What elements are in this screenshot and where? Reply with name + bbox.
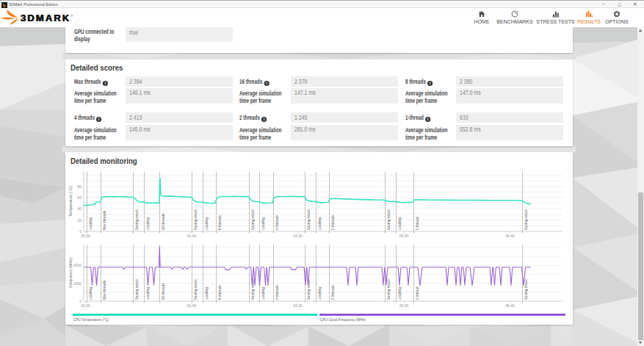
svg-text:60: 60 bbox=[77, 195, 82, 200]
svg-text:Frequency (MHz): Frequency (MHz) bbox=[68, 257, 73, 288]
svg-text:Loading: Loading bbox=[318, 217, 322, 231]
svg-text:Loading: Loading bbox=[205, 287, 209, 300]
svg-text:20: 20 bbox=[77, 218, 82, 223]
svg-text:4 threads: 4 threads bbox=[275, 215, 279, 231]
svg-text:80: 80 bbox=[77, 184, 82, 189]
svg-text:8 threads: 8 threads bbox=[218, 285, 222, 300]
svg-text:40: 40 bbox=[77, 206, 82, 211]
svg-text:Loading: Loading bbox=[146, 217, 150, 231]
svg-text:06:40: 06:40 bbox=[505, 234, 515, 238]
svg-text:01:40: 01:40 bbox=[187, 234, 197, 238]
svg-text:Saving result: Saving result bbox=[194, 209, 198, 231]
svg-text:2 threads: 2 threads bbox=[331, 285, 335, 300]
svg-text:Saving result: Saving result bbox=[524, 209, 528, 231]
svg-text:Loading: Loading bbox=[398, 287, 402, 300]
svg-text:05:00: 05:00 bbox=[399, 303, 409, 308]
svg-text:4000: 4000 bbox=[73, 263, 82, 267]
svg-text:Loading: Loading bbox=[89, 217, 93, 231]
svg-text:Saving result: Saving result bbox=[524, 279, 528, 300]
svg-text:Loading: Loading bbox=[146, 287, 150, 300]
svg-text:2 threads: 2 threads bbox=[331, 215, 335, 231]
svg-text:06:40: 06:40 bbox=[505, 303, 515, 308]
svg-text:CPU Clock Frequency (MHz): CPU Clock Frequency (MHz) bbox=[320, 318, 366, 322]
svg-text:00:00: 00:00 bbox=[81, 303, 90, 308]
svg-text:Saving result: Saving result bbox=[387, 279, 391, 300]
svg-text:Loading: Loading bbox=[398, 217, 402, 231]
svg-text:16 threads: 16 threads bbox=[162, 213, 165, 231]
svg-text:Saving result: Saving result bbox=[135, 279, 139, 300]
svg-text:Saving result: Saving result bbox=[194, 279, 198, 300]
svg-text:8 threads: 8 threads bbox=[218, 215, 222, 231]
svg-text:Saving result: Saving result bbox=[307, 209, 311, 231]
svg-text:1 thread: 1 thread bbox=[416, 217, 419, 230]
svg-text:Loading: Loading bbox=[261, 287, 265, 300]
svg-text:CPU Temperature (°C): CPU Temperature (°C) bbox=[73, 318, 109, 322]
svg-text:1 thread: 1 thread bbox=[416, 286, 419, 300]
svg-text:03:20: 03:20 bbox=[293, 303, 303, 308]
svg-text:05:00: 05:00 bbox=[399, 234, 409, 238]
svg-text:Loading: Loading bbox=[205, 217, 209, 231]
svg-text:03:20: 03:20 bbox=[293, 234, 303, 238]
svg-text:Loading: Loading bbox=[261, 217, 265, 231]
svg-text:Saving result: Saving result bbox=[387, 209, 391, 231]
svg-text:2000: 2000 bbox=[73, 281, 82, 286]
svg-text:Loading: Loading bbox=[89, 287, 93, 300]
svg-text:Loading: Loading bbox=[318, 287, 322, 300]
svg-text:Temperature (°C): Temperature (°C) bbox=[68, 187, 73, 217]
svg-text:4 threads: 4 threads bbox=[275, 285, 279, 300]
svg-text:Max threads: Max threads bbox=[103, 280, 106, 300]
svg-text:16 threads: 16 threads bbox=[162, 283, 165, 300]
svg-text:01:40: 01:40 bbox=[187, 303, 197, 308]
svg-text:00:00: 00:00 bbox=[81, 234, 90, 238]
svg-text:Saving result: Saving result bbox=[251, 209, 255, 231]
svg-text:Saving result: Saving result bbox=[135, 209, 139, 231]
svg-text:Max threads: Max threads bbox=[103, 210, 106, 230]
